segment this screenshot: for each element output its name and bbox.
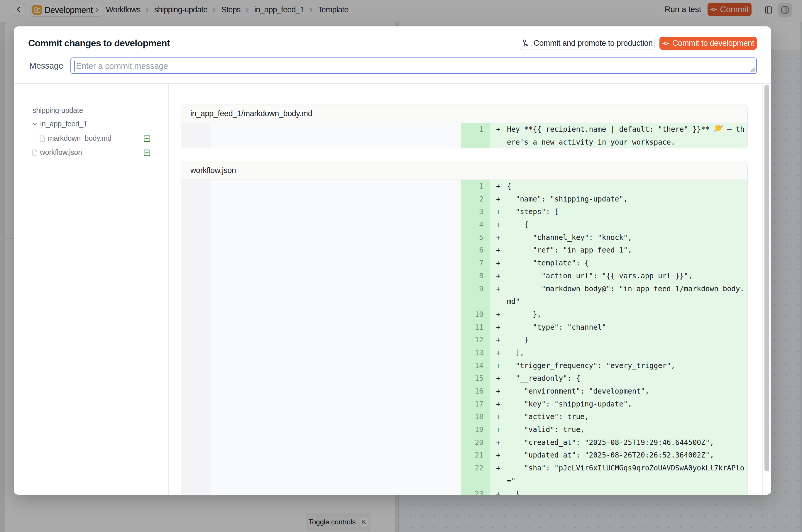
diff-line: 2+ "name": "shipping-update", (181, 193, 747, 206)
new-line-number (461, 295, 490, 308)
new-line-number: 5 (461, 231, 490, 244)
diff-line: 22+ "sha": "pJeLVir6xIlUCMGqs9qroZoUAVDS… (181, 462, 747, 475)
new-line-body: + "key": "shipping-update", (490, 398, 747, 411)
tree-folder-item[interactable]: in_app_feed_1 (40, 117, 87, 131)
new-line-body: + "template": { (490, 256, 747, 269)
commit-message-textarea[interactable]: Enter a commit message (70, 57, 757, 74)
new-line-number: 12 (461, 334, 490, 346)
modal-title: Commit changes to development (28, 38, 170, 49)
diff-code: "action_url": "{{ vars.app_url }}", (507, 269, 693, 282)
old-line-gutter (181, 193, 210, 206)
new-line-number: 6 (461, 244, 490, 256)
scrollbar-thumb[interactable] (764, 85, 769, 471)
diff-line: 5+ "channel_key": "knock", (181, 231, 747, 244)
diff-code: "name": "shipping-update", (507, 193, 628, 206)
old-line-gutter (181, 205, 210, 218)
diff-line: md" (181, 295, 747, 308)
chevron-down-icon[interactable] (32, 121, 38, 127)
new-line-body: + "ref": "in_app_feed_1", (490, 244, 747, 256)
old-line-gutter (181, 269, 210, 282)
diff-code: ere's a new activity in your workspace. (507, 136, 675, 148)
diff-code: { (507, 180, 511, 193)
old-line-body (210, 398, 461, 411)
new-line-body: + "updated_at": "2025-08-26T20:26:52.364… (490, 449, 747, 462)
new-line-body: + "markdown_body@": "in_app_feed_1/markd… (490, 282, 747, 295)
new-line-number: 10 (461, 308, 490, 321)
diff-sign: + (490, 244, 507, 256)
diff-added-icon (144, 150, 150, 156)
new-line-body: + } (490, 334, 747, 346)
old-line-gutter (181, 180, 210, 193)
new-line-body: + "environment": "development", (490, 385, 747, 398)
diff-sign: + (490, 256, 507, 269)
old-line-gutter (181, 436, 210, 449)
diff-sign: + (490, 308, 507, 321)
diff-file-name: in_app_feed_1/markdown_body.md (181, 104, 747, 123)
old-line-body (210, 269, 461, 282)
resize-handle-icon[interactable] (749, 66, 756, 73)
diff-sign: + (490, 423, 507, 436)
new-line-body: + "steps": [ (490, 205, 747, 218)
diff-code: "environment": "development", (507, 385, 650, 398)
new-line-body: +{ (490, 180, 747, 193)
diff-code: "type": "channel" (507, 321, 606, 334)
new-line-body: + ], (490, 346, 747, 359)
new-line-body: +Hey **{{ recipient.name | default: "the… (490, 123, 747, 136)
file-icon (32, 149, 38, 156)
old-line-gutter (181, 136, 210, 148)
diff-code: "updated_at": "2025-08-26T20:26:52.36400… (507, 449, 714, 462)
new-line-body: + "valid": true, (490, 423, 747, 436)
new-line-number: 15 (461, 372, 490, 385)
diff-code: "template": { (507, 256, 589, 269)
new-line-body: + "type": "channel" (490, 321, 747, 334)
diff-sign (490, 295, 507, 308)
commit-to-development-button[interactable]: Commit to development (659, 37, 757, 50)
diff-sign: + (490, 282, 507, 295)
diff-line: 6+ "ref": "in_app_feed_1", (181, 244, 747, 256)
old-line-body (210, 231, 461, 244)
diff-sign: + (490, 218, 507, 231)
old-line-gutter (181, 123, 210, 136)
new-line-body: + "sha": "pJeLVir6xIlUCMGqs9qroZoUAVDSwA… (490, 462, 747, 475)
old-line-body (210, 488, 461, 495)
diff-sign: + (490, 231, 507, 244)
diff-line: 16+ "environment": "development", (181, 385, 747, 398)
tree-file-item[interactable]: markdown_body.md (48, 131, 111, 145)
old-line-gutter (181, 385, 210, 398)
diff-code: "markdown_body@": "in_app_feed_1/markdow… (507, 282, 744, 295)
diff-line: 8+ "action_url": "{{ vars.app_url }}", (181, 269, 747, 282)
diff-code: ], (507, 346, 524, 359)
diff-file-name: workflow.json (181, 161, 747, 180)
diff-sign: + (490, 123, 507, 136)
diff-sign: + (490, 372, 507, 385)
old-line-body (210, 321, 461, 334)
new-line-number: 1 (461, 180, 490, 193)
tree-file-item[interactable]: workflow.json (40, 146, 82, 159)
diff-sign (490, 136, 507, 148)
diff-code: "steps": [ (507, 205, 559, 218)
diff-code: "trigger_frequency": "every_trigger", (507, 359, 675, 372)
diff-line: 1+Hey **{{ recipient.name | default: "th… (181, 123, 747, 136)
diff-sign: + (490, 449, 507, 462)
git-promote-icon (522, 39, 530, 48)
old-line-gutter (181, 359, 210, 372)
diff-code: "active": true, (507, 410, 589, 423)
diff-line: 21+ "updated_at": "2025-08-26T20:26:52.3… (181, 449, 747, 462)
old-line-gutter (181, 372, 210, 385)
diff-line: 17+ "key": "shipping-update", (181, 398, 747, 411)
diff-line: 23+ } (181, 488, 747, 495)
old-line-body (210, 372, 461, 385)
diff-sign: + (490, 193, 507, 206)
diff-line: 12+ } (181, 334, 747, 346)
diff-code: { (507, 218, 528, 231)
diff-line: 20+ "created_at": "2025-08-25T19:29:46.6… (181, 436, 747, 449)
commit-icon (662, 40, 669, 47)
diff-code: "__readonly": { (507, 372, 580, 385)
new-line-number (461, 136, 490, 148)
old-line-gutter (181, 423, 210, 436)
new-line-number: 23 (461, 488, 490, 495)
commit-and-promote-button[interactable]: Commit and promote to production (520, 37, 655, 50)
old-line-gutter (181, 449, 210, 462)
diff-line: 15+ "__readonly": { (181, 372, 747, 385)
diff-line: 7+ "template": { (181, 256, 747, 269)
